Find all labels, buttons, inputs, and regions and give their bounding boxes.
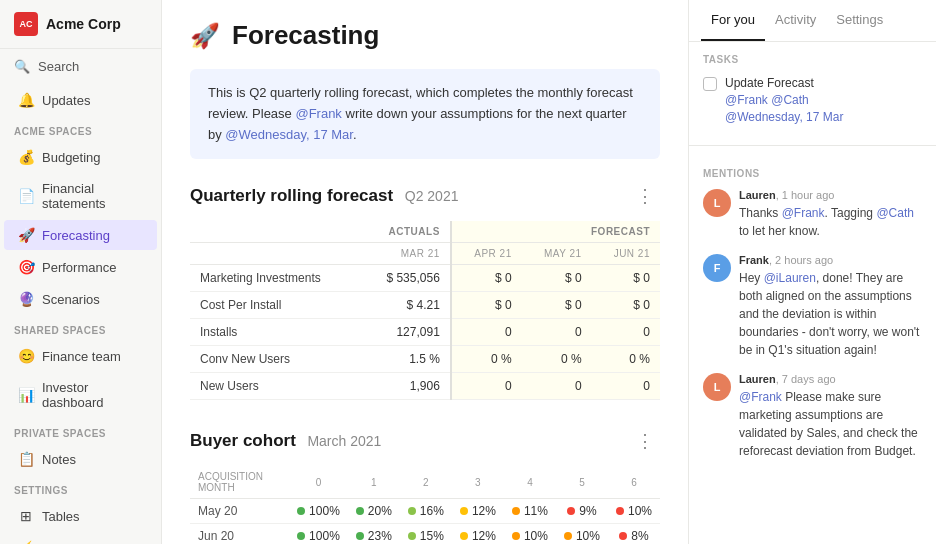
task-item: Update Forecast @Frank @Cath @Wednesday,… [703,75,922,125]
forecast-row: Marketing Investments $ 535,056 $ 0 $ 0 … [190,265,660,292]
search-item[interactable]: 🔍 Search [0,49,161,84]
sidebar-item-performance[interactable]: 🎯 Performance [4,252,157,282]
crystal-icon: 🔮 [18,291,34,307]
forecast-row-f1: $ 0 [451,265,522,292]
mention-text-end: to let her know. [739,224,820,238]
forecast-row-label: Marketing Investments [190,265,361,292]
forecast-row-label-header [190,243,361,265]
tasks-section: TASKS Update Forecast @Frank @Cath @Wedn… [689,42,936,145]
mention-header-lauren-2: Lauren, 7 days ago [739,373,922,385]
date-mention[interactable]: @Wednesday, 17 Mar [225,127,353,142]
task-date-mention[interactable]: @Wednesday, 17 Mar [725,110,843,124]
cohort-title: Buyer cohort [190,431,296,450]
sidebar-item-updates[interactable]: 🔔 Updates [4,85,157,115]
tab-activity[interactable]: Activity [765,0,826,41]
forecast-row-f1: 0 [451,373,522,400]
sidebar-item-notes[interactable]: 📋 Notes [4,444,157,474]
tab-settings[interactable]: Settings [826,0,893,41]
finance-team-label: Finance team [42,349,121,364]
mention-header: Lauren, 1 hour ago [739,189,922,201]
cohort-more-button[interactable]: ⋮ [630,428,660,454]
tables-label: Tables [42,509,80,524]
logo-text: Acme Corp [46,16,121,32]
smiley-icon: 😊 [18,348,34,364]
col-jun21: JUN 21 [592,243,660,265]
forecast-row-f3: $ 0 [592,292,660,319]
sidebar-item-workflows[interactable]: ⚡ Workflows [4,533,157,544]
forecast-row: Conv New Users 1.5 % 0 % 0 % 0 % [190,346,660,373]
task-cath-mention[interactable]: @Cath [771,93,809,107]
cohort-cell-1: 23% [348,524,400,544]
forecast-header: FORECAST [451,221,660,243]
forecast-section-header: Quarterly rolling forecast Q2 2021 ⋮ [190,183,660,209]
mentions-section: MENTIONS L Lauren, 1 hour ago Thanks @Fr… [689,156,936,486]
mention-header-frank: Frank, 2 hours ago [739,254,922,266]
forecast-row-label: New Users [190,373,361,400]
col-may21: MAY 21 [522,243,592,265]
sidebar-item-budgeting[interactable]: 💰 Budgeting [4,142,157,172]
forecast-row-f3: 0 % [592,346,660,373]
frank-mention[interactable]: @Frank [295,106,341,121]
rocket-icon: 🚀 [18,227,34,243]
forecast-row-f2: 0 [522,373,592,400]
notes-label: Notes [42,452,76,467]
cohort-cell-0: 100% [289,499,348,524]
forecast-row-f2: $ 0 [522,265,592,292]
forecast-row-f3: 0 [592,319,660,346]
sidebar-item-forecasting[interactable]: 🚀 Forecasting [4,220,157,250]
forecast-row-label: Installs [190,319,361,346]
task-frank-mention[interactable]: @Frank [725,93,768,107]
mention-item-lauren-1: L Lauren, 1 hour ago Thanks @Frank. Tagg… [703,189,922,240]
forecast-row-actuals: 1.5 % [361,346,451,373]
updates-label: Updates [42,93,90,108]
shared-spaces-label: SHARED SPACES [0,315,161,340]
dot-icon [619,532,627,540]
page-header: 🚀 Forecasting [190,20,660,51]
forecast-row-f2: 0 % [522,346,592,373]
scenarios-label: Scenarios [42,292,100,307]
forecast-row-actuals: $ 535,056 [361,265,451,292]
cohort-col-7: 6 [608,466,660,499]
mention-text-middle: . Tagging [825,206,877,220]
logo-icon: AC [14,12,38,36]
dot-icon [356,507,364,515]
cohort-cell-2: 15% [400,524,452,544]
dot-icon [297,532,305,540]
forecast-row-f1: 0 [451,319,522,346]
acme-spaces-label: ACME SPACES [0,116,161,141]
tab-for-you[interactable]: For you [701,0,765,41]
mention-text-frank: Hey @iLauren, done! They are both aligne… [739,269,922,359]
forecast-row-f3: $ 0 [592,265,660,292]
col-apr21: APR 21 [451,243,522,265]
task-checkbox[interactable] [703,77,717,91]
mention-content: Lauren, 1 hour ago Thanks @Frank. Taggin… [739,189,922,240]
mention-cath-link[interactable]: @Cath [876,206,914,220]
sidebar-item-financial-statements[interactable]: 📄 Financial statements [4,174,157,218]
forecast-row-actuals: 127,091 [361,319,451,346]
cohort-row: Jun 20100%23%15%12%10%10%8% [190,524,660,544]
cohort-col-4: 3 [452,466,504,499]
cohort-month-label: Jun 20 [190,524,289,544]
private-spaces-label: PRIVATE SPACES [0,418,161,443]
cohort-col-3: 2 [400,466,452,499]
mention-text-lauren-2: @Frank Please make sure marketing assump… [739,388,922,460]
mention-text-before: Thanks [739,206,782,220]
sidebar-item-finance-team[interactable]: 😊 Finance team [4,341,157,371]
mention-text: Thanks @Frank. Tagging @Cath to let her … [739,204,922,240]
forecast-row: Cost Per Install $ 4.21 $ 0 $ 0 $ 0 [190,292,660,319]
financial-statements-label: Financial statements [42,181,143,211]
logo[interactable]: AC Acme Corp [0,0,161,49]
forecast-row-f3: 0 [592,373,660,400]
cohort-cell-2: 16% [400,499,452,524]
sidebar-item-investor-dashboard[interactable]: 📊 Investor dashboard [4,373,157,417]
forecast-row-f1: $ 0 [451,292,522,319]
sidebar-item-scenarios[interactable]: 🔮 Scenarios [4,284,157,314]
mention-frank-link[interactable]: @Frank [782,206,825,220]
search-icon: 🔍 [14,59,30,74]
mention-frank-link-2[interactable]: @Frank [739,390,782,404]
mention-ilauren-link[interactable]: @iLauren [764,271,816,285]
sidebar-item-tables[interactable]: ⊞ Tables [4,501,157,531]
forecast-more-button[interactable]: ⋮ [630,183,660,209]
mention-item-lauren-2: L Lauren, 7 days ago @Frank Please make … [703,373,922,460]
cohort-col-0: ACQUISITION MONTH [190,466,289,499]
